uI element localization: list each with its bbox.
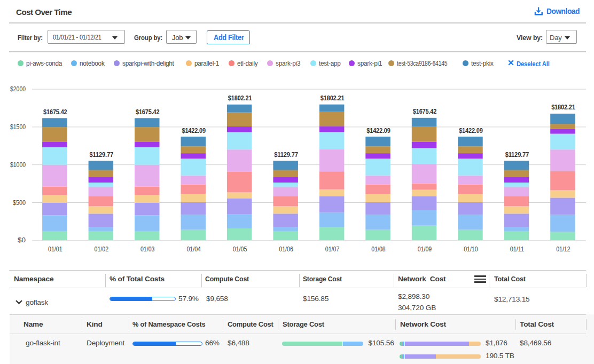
svg-text:$2000: $2000 (10, 85, 26, 93)
svg-text:$1000: $1000 (10, 161, 26, 169)
svg-text:$1500: $1500 (10, 123, 26, 131)
svg-text:01/07: 01/07 (325, 246, 340, 253)
svg-text:$1129.77: $1129.77 (505, 151, 529, 159)
svg-text:$1802.21: $1802.21 (551, 104, 575, 111)
svg-text:$1802.21: $1802.21 (321, 94, 345, 102)
svg-text:01/06: 01/06 (279, 246, 293, 253)
svg-text:$1129.77: $1129.77 (274, 151, 298, 159)
svg-text:01/01: 01/01 (48, 246, 62, 253)
svg-text:01/03: 01/03 (140, 246, 155, 253)
svg-text:01/04: 01/04 (186, 246, 201, 253)
svg-text:01/05: 01/05 (233, 246, 247, 253)
svg-text:$1675.42: $1675.42 (43, 108, 67, 116)
svg-text:$1129.77: $1129.77 (90, 151, 114, 159)
svg-text:01/10: 01/10 (464, 246, 478, 253)
svg-text:01/08: 01/08 (371, 246, 386, 253)
svg-text:01/09: 01/09 (418, 246, 432, 253)
svg-text:$1422.09: $1422.09 (459, 127, 483, 134)
svg-text:01/02: 01/02 (95, 246, 109, 253)
svg-text:$1802.21: $1802.21 (228, 94, 252, 102)
svg-text:$1422.09: $1422.09 (182, 127, 206, 134)
svg-text:$1422.09: $1422.09 (366, 127, 390, 134)
svg-text:$1675.42: $1675.42 (136, 108, 160, 116)
svg-text:$1675.42: $1675.42 (413, 108, 437, 115)
svg-text:01/11: 01/11 (510, 246, 525, 253)
svg-text:$0: $0 (18, 236, 26, 244)
svg-text:01/12: 01/12 (556, 246, 570, 253)
svg-text:$500: $500 (13, 199, 26, 207)
